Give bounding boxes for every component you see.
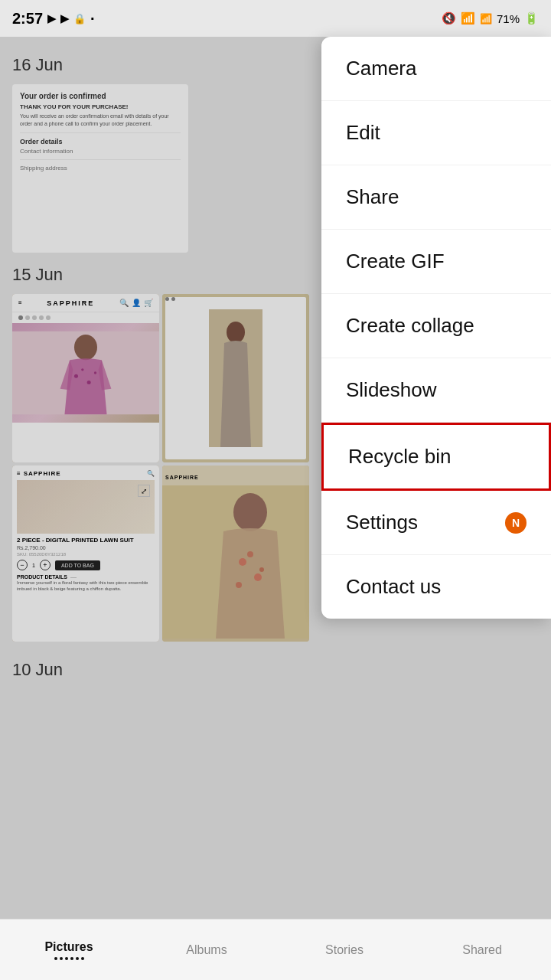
wifi-icon: 📶 — [461, 11, 475, 25]
status-left: 2:57 ▶ ▶ 🔒 · — [12, 10, 95, 28]
create-gif-label: Create GIF — [346, 250, 445, 273]
nav-pictures-dots — [54, 957, 84, 960]
nav-albums[interactable]: Albums — [138, 937, 276, 963]
nav-pictures[interactable]: Pictures — [0, 934, 138, 966]
menu-item-camera[interactable]: Camera — [321, 37, 551, 101]
context-menu: Camera Edit Share Create GIF Create coll… — [321, 37, 551, 619]
signal-icon: 📶 — [480, 13, 492, 24]
share-label: Share — [346, 185, 399, 209]
menu-item-settings[interactable]: Settings N — [321, 491, 551, 555]
mute-icon: 🔇 — [442, 11, 456, 25]
status-time: 2:57 — [12, 10, 43, 28]
menu-item-create-gif[interactable]: Create GIF — [321, 230, 551, 294]
battery-text: 71% — [497, 12, 520, 25]
menu-item-slideshow[interactable]: Slideshow — [321, 358, 551, 423]
dot-icon: · — [90, 10, 95, 28]
menu-item-contact-us[interactable]: Contact us — [321, 555, 551, 619]
nav-pictures-label: Pictures — [44, 940, 93, 954]
menu-item-edit[interactable]: Edit — [321, 101, 551, 165]
bottom-nav: Pictures Albums Stories Shared — [0, 919, 551, 980]
nav-albums-label: Albums — [186, 943, 227, 957]
battery-icon: 🔋 — [524, 11, 539, 25]
nav-stories[interactable]: Stories — [276, 937, 413, 963]
camera-label: Camera — [346, 57, 416, 80]
slideshow-label: Slideshow — [346, 378, 437, 402]
youtube-icon2: ▶ — [60, 12, 69, 24]
menu-item-recycle-bin[interactable]: Recycle bin — [321, 423, 551, 491]
nav-shared-label: Shared — [462, 943, 502, 957]
menu-item-create-collage[interactable]: Create collage — [321, 294, 551, 358]
youtube-icon: ▶ — [47, 12, 56, 24]
edit-label: Edit — [346, 121, 380, 145]
nav-shared[interactable]: Shared — [413, 937, 551, 963]
status-bar: 2:57 ▶ ▶ 🔒 · 🔇 📶 📶 71% 🔋 — [0, 0, 551, 37]
menu-item-share[interactable]: Share — [321, 165, 551, 230]
recycle-bin-label: Recycle bin — [348, 445, 451, 469]
status-right: 🔇 📶 📶 71% 🔋 — [442, 11, 539, 25]
settings-badge: N — [505, 512, 527, 534]
create-collage-label: Create collage — [346, 314, 474, 338]
contact-us-label: Contact us — [346, 575, 441, 599]
nav-stories-label: Stories — [325, 943, 364, 957]
lock-icon: 🔒 — [73, 13, 86, 24]
settings-label: Settings — [346, 511, 418, 534]
